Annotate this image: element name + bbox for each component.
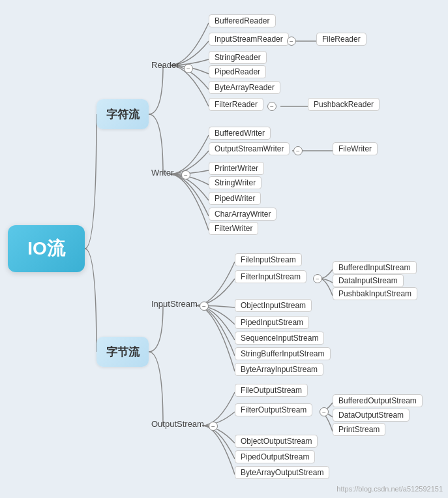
leaf-dataoutputstream: DataOutputStream (333, 409, 410, 422)
filteroutputstream-collapse-icon[interactable]: − (320, 407, 329, 416)
l2-writer: Writer (151, 168, 173, 178)
leaf-bytearrayoutputstream: ByteArrayOutputStream (235, 466, 329, 479)
leaf-fileinputstream: FileInputStream (235, 253, 302, 266)
leaf-filterinputstream: FilterInputStream (235, 270, 306, 283)
filterinputstream-collapse-icon[interactable]: − (313, 274, 322, 283)
leaf-pipedoutputstream: PipedOutputStream (235, 450, 315, 463)
l1-zifu: 字符流 (97, 99, 149, 129)
leaf-pipedwriter: PipedWriter (209, 192, 261, 205)
outputstreamwriter-collapse-icon[interactable]: − (293, 146, 303, 155)
leaf-sequenceinputstream: SequenceInputStream (235, 332, 324, 345)
leaf-bufferedreader: BufferedReader (209, 14, 276, 27)
leaf-objectinputstream: ObjectInputStream (235, 299, 312, 312)
leaf-stringwriter: StringWriter (209, 176, 261, 189)
leaf-filewriter: FileWriter (333, 142, 378, 155)
filterreader-collapse-icon[interactable]: − (267, 102, 276, 111)
leaf-pushbackreader: PushbackReader (308, 98, 380, 111)
root-label: IO流 (27, 236, 65, 261)
l2-outputstream: OutputStream (151, 419, 204, 429)
outputstream-collapse-icon[interactable]: − (209, 422, 218, 431)
leaf-filterwriter: FilterWriter (209, 222, 258, 235)
mind-map: IO流 字符流 字节流 Reader − Writer − InputStrea… (0, 0, 448, 498)
leaf-filterreader: FilterReader (209, 98, 263, 111)
leaf-filteroutputstream: FilterOutputStream (235, 403, 312, 416)
l1-zijie-label: 字节流 (106, 345, 140, 360)
leaf-pushbakinputstream: PushbakInputStream (333, 287, 417, 300)
l2-inputstream: InputStream (151, 299, 198, 309)
leaf-printerwriter: PrinterWriter (209, 162, 264, 175)
l2-reader: Reader (151, 60, 179, 70)
leaf-bufferedwriter: BufferedWriter (209, 127, 271, 140)
inputstreamreader-collapse-icon[interactable]: − (287, 37, 296, 46)
inputstream-collapse-icon[interactable]: − (200, 302, 209, 311)
watermark: https://blog.csdn.net/a512592151 (336, 485, 443, 493)
leaf-stringreader: StringReader (209, 51, 267, 64)
leaf-filereader: FileReader (316, 33, 366, 46)
l1-zijie: 字节流 (97, 337, 149, 367)
leaf-datainputstream: DataInputStream (333, 274, 404, 287)
leaf-chararraywriter: CharArrayWriter (209, 208, 276, 221)
leaf-outputstreamwriter: OutputStreamWriter (209, 142, 290, 155)
writer-collapse-icon[interactable]: − (181, 170, 190, 179)
l1-zifu-label: 字符流 (106, 107, 140, 122)
leaf-bufferedinputstream: BufferedInputStream (333, 261, 417, 274)
leaf-fileoutputstream: FileOutputStream (235, 384, 308, 397)
leaf-pipedreader: PipedReader (209, 65, 266, 78)
leaf-pipedinputstream: PipedInputStream (235, 316, 309, 329)
leaf-bytearrayreader: ByteArrayReader (209, 81, 280, 94)
leaf-objectoutputstream: ObjectOutputStream (235, 435, 318, 448)
leaf-bufferedoutputstream: BufferedOutputStream (333, 394, 423, 407)
root-node: IO流 (8, 225, 85, 272)
reader-collapse-icon[interactable]: − (184, 64, 193, 73)
leaf-bytearrayinputstream: ByteArrayInputStream (235, 363, 323, 376)
leaf-inputstreamreader: InputStreamReader (209, 33, 289, 46)
leaf-stringbufferinputstream: StringBufferInputStream (235, 347, 331, 360)
leaf-printstream: PrintStream (333, 423, 385, 436)
